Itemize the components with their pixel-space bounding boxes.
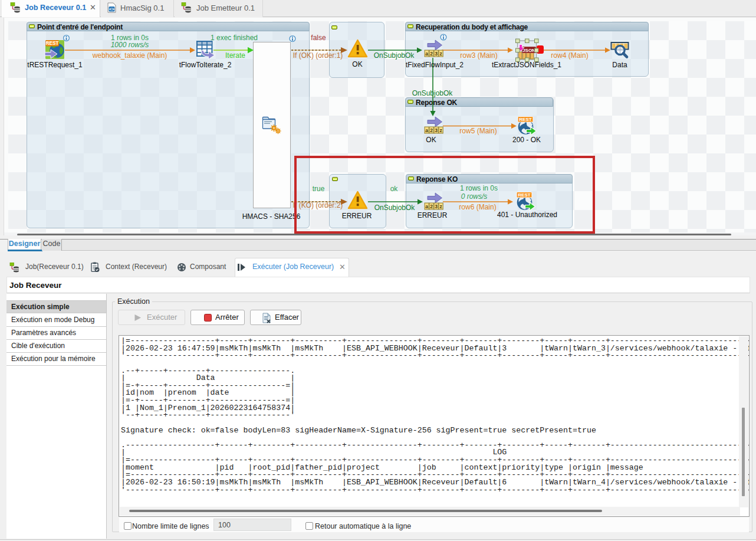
svg-text:JSON: JSON <box>522 48 535 53</box>
svg-text:REST: REST <box>46 41 59 46</box>
svg-text:<>: <> <box>109 7 115 12</box>
